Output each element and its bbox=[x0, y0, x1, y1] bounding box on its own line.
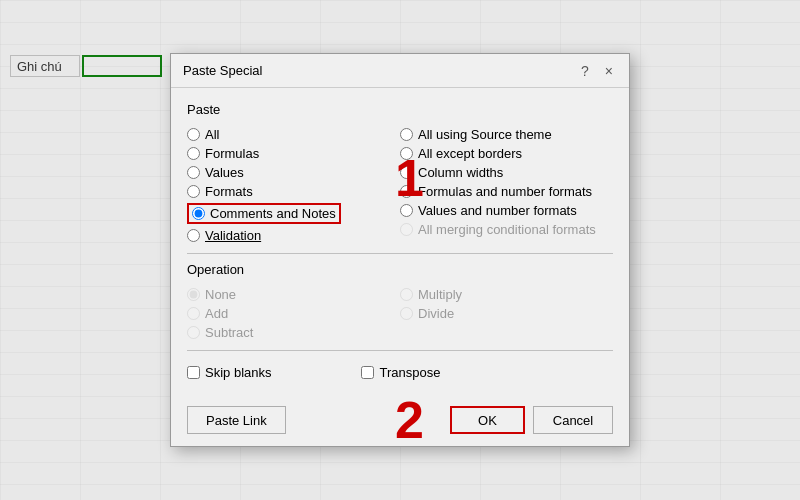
option-formats[interactable]: Formats bbox=[187, 182, 400, 201]
divider-2 bbox=[187, 350, 613, 351]
paste-options-grid: All Formulas Values Formats bbox=[187, 125, 613, 245]
ok-button[interactable]: OK bbox=[450, 406, 525, 434]
option-merging: All merging conditional formats bbox=[400, 220, 613, 239]
paste-options-right: All using Source theme All except border… bbox=[400, 125, 613, 245]
dialog-titlebar: Paste Special ? × bbox=[171, 54, 629, 88]
footer-right-buttons: OK Cancel bbox=[450, 406, 613, 434]
option-all-source[interactable]: All using Source theme bbox=[400, 125, 613, 144]
option-values-num[interactable]: Values and number formats bbox=[400, 201, 613, 220]
operation-options-left: None Add Subtract bbox=[187, 285, 400, 342]
option-validation[interactable]: Validation bbox=[187, 226, 400, 245]
paste-section-label: Paste bbox=[187, 102, 613, 117]
transpose-option[interactable]: Transpose bbox=[361, 363, 440, 382]
operation-subtract: Subtract bbox=[187, 323, 400, 342]
extras-row: Skip blanks Transpose bbox=[187, 359, 613, 386]
option-formulas-num[interactable]: Formulas and number formats bbox=[400, 182, 613, 201]
option-col-widths[interactable]: Column widths bbox=[400, 163, 613, 182]
dialog-overlay: Paste Special ? × Paste All Formu bbox=[0, 0, 800, 500]
operation-section-label: Operation bbox=[187, 262, 613, 277]
option-values[interactable]: Values bbox=[187, 163, 400, 182]
operation-multiply: Multiply bbox=[400, 285, 613, 304]
operation-divide: Divide bbox=[400, 304, 613, 323]
dialog-title: Paste Special bbox=[183, 63, 263, 78]
close-button[interactable]: × bbox=[601, 63, 617, 79]
divider-1 bbox=[187, 253, 613, 254]
dialog-content: Paste All Formulas Values bbox=[171, 88, 629, 398]
operation-options-right: Multiply Divide bbox=[400, 285, 613, 342]
option-all[interactable]: All bbox=[187, 125, 400, 144]
cancel-button[interactable]: Cancel bbox=[533, 406, 613, 434]
paste-link-button[interactable]: Paste Link bbox=[187, 406, 286, 434]
highlighted-option: Comments and Notes bbox=[187, 203, 341, 224]
operation-add: Add bbox=[187, 304, 400, 323]
skip-blanks-option[interactable]: Skip blanks bbox=[187, 363, 271, 382]
help-button[interactable]: ? bbox=[577, 63, 593, 79]
option-formulas[interactable]: Formulas bbox=[187, 144, 400, 163]
operation-options-grid: None Add Subtract Multiply bbox=[187, 285, 613, 342]
paste-special-dialog: Paste Special ? × Paste All Formu bbox=[170, 53, 630, 447]
paste-options-left: All Formulas Values Formats bbox=[187, 125, 400, 245]
option-comments[interactable]: Comments and Notes bbox=[187, 201, 400, 226]
title-actions: ? × bbox=[577, 63, 617, 79]
dialog-footer: Paste Link OK Cancel bbox=[171, 398, 629, 446]
operation-none: None bbox=[187, 285, 400, 304]
option-all-except[interactable]: All except borders bbox=[400, 144, 613, 163]
